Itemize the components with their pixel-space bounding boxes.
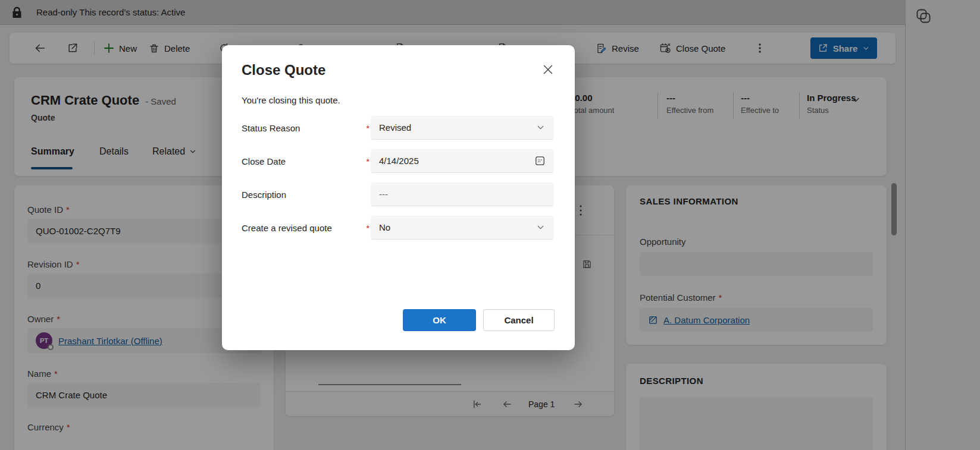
close-quote-dialog: Close Quote You're closing this quote. S…	[222, 45, 575, 350]
ok-button[interactable]: OK	[403, 309, 476, 331]
calendar-icon[interactable]	[534, 155, 546, 166]
close-icon[interactable]	[541, 61, 559, 78]
chevron-down-icon	[536, 122, 546, 133]
status-reason-select[interactable]: Revised	[371, 116, 554, 140]
required-asterisk: *	[366, 156, 370, 166]
description-placeholder: ---	[379, 189, 388, 199]
app-root: Read-only This record’s status: Active N…	[0, 0, 980, 450]
description-input[interactable]: ---	[371, 182, 554, 206]
create-revised-quote-select[interactable]: No	[371, 216, 554, 240]
required-asterisk: *	[366, 123, 370, 133]
chevron-down-icon	[536, 222, 546, 232]
dialog-title: Close Quote	[242, 62, 325, 78]
status-reason-label: Status Reason*	[242, 116, 370, 140]
dialog-subtitle: You're closing this quote.	[242, 95, 340, 105]
description-label: Description	[242, 182, 370, 206]
cancel-button[interactable]: Cancel	[483, 309, 555, 331]
close-date-label: Close Date*	[242, 149, 370, 173]
create-revised-quote-label: Create a revised quote*	[242, 216, 370, 240]
required-asterisk: *	[366, 223, 370, 233]
close-date-input[interactable]: 4/14/2025	[371, 149, 554, 173]
